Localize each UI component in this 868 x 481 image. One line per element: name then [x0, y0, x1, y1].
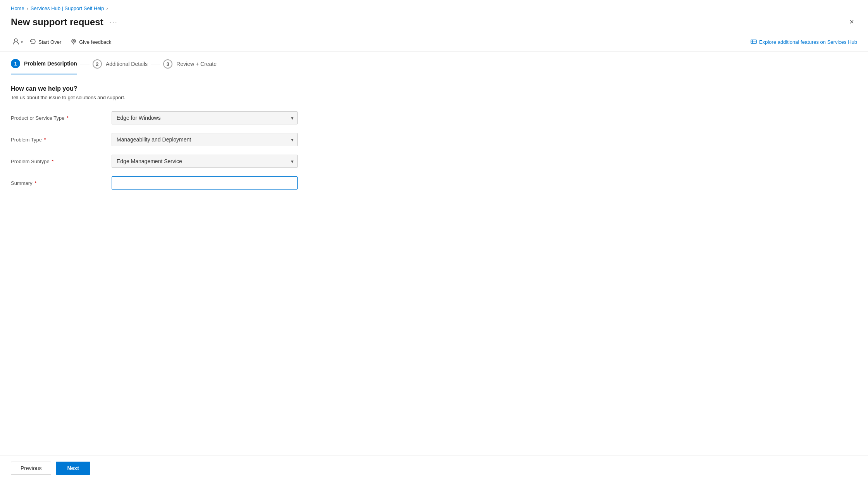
breadcrumb-home[interactable]: Home — [11, 5, 24, 11]
problem-type-select[interactable]: Manageability and Deployment — [112, 133, 298, 146]
steps-nav: 1 Problem Description 2 Additional Detai… — [0, 52, 868, 74]
page-header: New support request ··· × — [0, 14, 868, 33]
breadcrumb-sep-1: › — [27, 6, 28, 11]
breadcrumb-sep-2: › — [107, 6, 108, 11]
next-button[interactable]: Next — [56, 462, 90, 475]
step-1-label: Problem Description — [24, 60, 77, 67]
summary-row: Summary * — [11, 176, 857, 190]
step-2-label: Additional Details — [106, 61, 148, 67]
problem-type-control: Manageability and Deployment ▾ — [112, 133, 298, 146]
product-service-type-wrapper: Edge for Windows ▾ — [112, 111, 298, 124]
start-over-label: Start Over — [38, 39, 61, 45]
product-service-type-required: * — [67, 115, 69, 121]
user-icon-button[interactable]: ▾ — [11, 36, 24, 48]
summary-control — [112, 176, 298, 190]
svg-point-0 — [14, 39, 17, 42]
svg-point-1 — [72, 39, 76, 43]
page-title: New support request — [11, 17, 103, 28]
give-feedback-label: Give feedback — [79, 39, 111, 45]
ellipsis-button[interactable]: ··· — [107, 17, 120, 27]
step-3-review-create[interactable]: 3 Review + Create — [163, 59, 217, 74]
breadcrumb: Home › Services Hub | Support Self Help … — [0, 0, 868, 14]
problem-type-required: * — [44, 137, 46, 143]
problem-subtype-row: Problem Subtype * Edge Management Servic… — [11, 155, 857, 168]
user-chevron-icon: ▾ — [21, 40, 23, 44]
breadcrumb-services-hub[interactable]: Services Hub | Support Self Help — [31, 5, 104, 11]
summary-input[interactable] — [112, 176, 298, 190]
product-service-type-row: Product or Service Type * Edge for Windo… — [11, 111, 857, 124]
summary-label: Summary * — [11, 180, 112, 186]
problem-subtype-label: Problem Subtype * — [11, 159, 112, 164]
problem-subtype-required: * — [52, 159, 53, 164]
explore-label: Explore additional features on Services … — [759, 39, 857, 45]
toolbar: ▾ Start Over Give feedback — [0, 33, 868, 52]
section-subtitle: Tell us about the issue to get solutions… — [11, 95, 857, 100]
page-title-row: New support request ··· — [11, 17, 120, 28]
step-sep-2-3 — [151, 64, 160, 64]
product-service-type-control: Edge for Windows ▾ — [112, 111, 298, 124]
footer: Previous Next — [0, 455, 868, 481]
problem-subtype-control: Edge Management Service ▾ — [112, 155, 298, 168]
svg-rect-4 — [751, 40, 756, 43]
problem-type-wrapper: Manageability and Deployment ▾ — [112, 133, 298, 146]
explore-link[interactable]: Explore additional features on Services … — [751, 38, 857, 46]
previous-button[interactable]: Previous — [11, 462, 51, 475]
step-sep-1-2 — [80, 64, 90, 64]
toolbar-left: ▾ Start Over Give feedback — [11, 36, 115, 48]
problem-subtype-select[interactable]: Edge Management Service — [112, 155, 298, 168]
step-1-circle: 1 — [11, 59, 20, 68]
user-icon — [12, 38, 19, 46]
problem-type-row: Problem Type * Manageability and Deploym… — [11, 133, 857, 146]
product-service-type-select[interactable]: Edge for Windows — [112, 111, 298, 124]
explore-icon — [751, 38, 757, 46]
step-3-label: Review + Create — [176, 61, 217, 67]
main-content: How can we help you? Tell us about the i… — [0, 74, 868, 455]
give-feedback-icon — [71, 38, 77, 46]
product-service-type-label: Product or Service Type * — [11, 115, 112, 121]
problem-type-label: Problem Type * — [11, 137, 112, 143]
step-3-circle: 3 — [163, 59, 172, 69]
start-over-button[interactable]: Start Over — [26, 36, 65, 48]
give-feedback-button[interactable]: Give feedback — [67, 36, 115, 48]
step-2-circle: 2 — [93, 59, 102, 69]
section-title: How can we help you? — [11, 85, 857, 92]
summary-required: * — [34, 180, 36, 186]
start-over-icon — [30, 38, 36, 46]
close-button[interactable]: × — [846, 16, 857, 28]
step-1-problem-description[interactable]: 1 Problem Description — [11, 59, 77, 74]
svg-point-2 — [73, 40, 74, 42]
step-2-additional-details[interactable]: 2 Additional Details — [93, 59, 148, 74]
problem-subtype-wrapper: Edge Management Service ▾ — [112, 155, 298, 168]
